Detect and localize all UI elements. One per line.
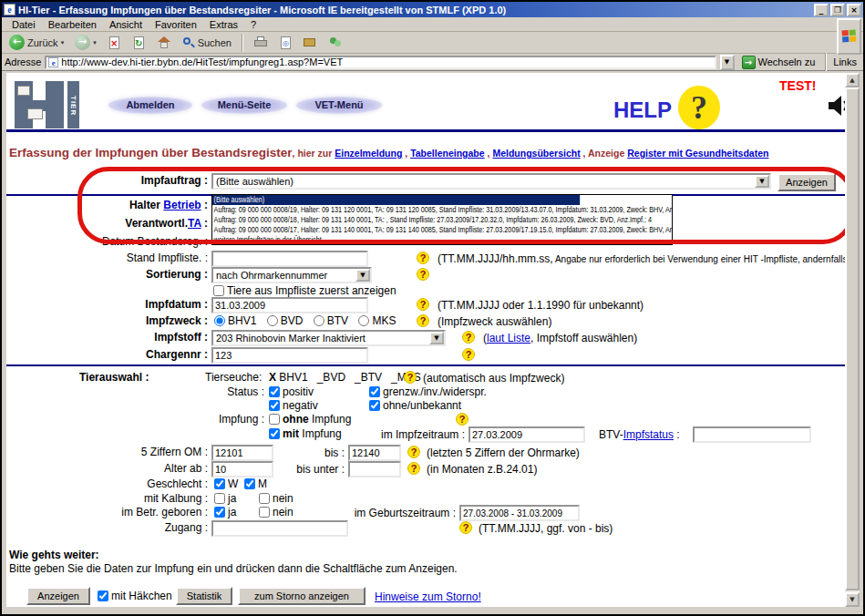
vertical-scrollbar[interactable]: ▲ ▼ xyxy=(845,73,860,607)
menu-datei[interactable]: Datei xyxy=(5,18,42,31)
menu-bearbeiten[interactable]: Bearbeiten xyxy=(42,18,103,31)
help-icon[interactable]: ? xyxy=(407,446,420,458)
ohne-impfung-checkbox[interactable] xyxy=(269,414,280,425)
restore-button[interactable]: ❐ xyxy=(830,4,845,16)
address-input[interactable]: e http://www-dev.hi-tier.bybn.de/HitTest… xyxy=(45,56,716,69)
impfauftrag-select[interactable]: (Bitte auswählen) ▼ xyxy=(211,173,771,190)
zugang-input[interactable] xyxy=(211,520,348,537)
status-grenzw-checkbox[interactable] xyxy=(369,386,380,397)
sortierung-select-arrow-icon[interactable]: ▼ xyxy=(355,269,370,282)
go-button[interactable]: → Wechseln zu xyxy=(738,55,819,70)
statistik-button[interactable]: Statistik xyxy=(176,587,232,605)
link-betrieb[interactable]: Betrieb xyxy=(163,199,201,211)
impfzweck-radio-bvd[interactable] xyxy=(267,315,278,326)
kalbung-ja-checkbox[interactable] xyxy=(214,493,225,504)
nav-abmelden-button[interactable]: Abmelden xyxy=(108,97,192,114)
help-circle[interactable]: ? xyxy=(678,86,720,129)
help-icon[interactable]: ? xyxy=(417,314,429,327)
impfzweck-radio-mks[interactable] xyxy=(358,315,369,326)
zum-storno-button[interactable]: zum Storno anzeigen xyxy=(238,587,366,605)
ziffern-bis-input[interactable] xyxy=(348,445,401,461)
status-positiv-checkbox[interactable] xyxy=(269,386,280,397)
mit-haekchen-checkbox[interactable] xyxy=(98,590,108,601)
link-meldungsuebersicht[interactable]: Meldungsübersicht xyxy=(492,148,580,159)
link-impfstatus[interactable]: Impfstatus xyxy=(623,428,674,441)
help-icon[interactable]: ? xyxy=(456,413,469,426)
alter-bis-input[interactable] xyxy=(348,461,401,477)
chargennr-input[interactable] xyxy=(211,347,368,364)
impfstoff-select-arrow-icon[interactable]: ▼ xyxy=(429,332,444,344)
scroll-up-icon[interactable]: ▲ xyxy=(845,73,860,87)
back-caret-icon[interactable]: ▾ xyxy=(61,39,65,46)
help-icon[interactable]: ? xyxy=(404,371,417,384)
home-button[interactable] xyxy=(153,36,175,50)
dropdown-option[interactable]: Auftrag: 09 000 000 0008/18, Halter: 09 … xyxy=(212,215,580,225)
impfdatum-input[interactable] xyxy=(211,297,368,313)
impfzweck-radio-btv[interactable] xyxy=(314,315,324,326)
help-link[interactable]: HELP xyxy=(613,98,672,123)
impfauftrag-dropdown-list[interactable]: (Bitte auswählen) Auftrag: 09 000 000 00… xyxy=(211,194,673,245)
help-icon[interactable]: ? xyxy=(462,348,475,361)
geboren-ja-checkbox[interactable] xyxy=(214,507,225,518)
sortierung-select[interactable]: nach Ohrmarkennummer ▼ xyxy=(211,267,372,283)
minimize-button[interactable]: _ xyxy=(814,4,829,16)
kalbung-nein-checkbox[interactable] xyxy=(259,493,270,504)
anzeigen-bottom-button[interactable]: Anzeigen xyxy=(26,587,90,605)
help-icon[interactable]: ? xyxy=(407,462,420,475)
impfzeitraum-input[interactable] xyxy=(469,426,585,443)
nav-menue-seite-button[interactable]: Menü-Seite xyxy=(201,97,287,114)
link-einzelmeldung[interactable]: Einzelmeldung xyxy=(335,148,402,159)
page-preview-button[interactable]: ◎ xyxy=(275,35,296,51)
menu-extras[interactable]: Extras xyxy=(203,18,244,31)
links-label[interactable]: Links xyxy=(833,56,860,67)
link-hinweise-storno[interactable]: Hinweise zum Storno! xyxy=(375,590,481,603)
address-dropdown-button[interactable]: ▼ xyxy=(720,55,735,70)
link-laut-liste[interactable]: laut Liste xyxy=(487,332,530,344)
forward-caret-icon[interactable]: ▾ xyxy=(93,39,97,46)
menu-ansicht[interactable]: Ansicht xyxy=(103,18,149,31)
refresh-button[interactable]: ↻ xyxy=(129,35,149,51)
dropdown-option[interactable]: Auftrag: 09 000 000 0008/19, Halter: 09 … xyxy=(212,205,580,215)
help-question-icon[interactable]: ? xyxy=(678,87,720,128)
ziffern-von-input[interactable] xyxy=(211,445,273,461)
geschlecht-w-checkbox[interactable] xyxy=(214,478,225,489)
forward-button[interactable]: → ▾ xyxy=(71,34,100,51)
scrollbar-thumb[interactable] xyxy=(845,87,860,590)
alter-von-input[interactable] xyxy=(211,461,273,477)
help-icon[interactable]: ? xyxy=(417,298,429,311)
help-icon[interactable]: ? xyxy=(417,252,429,264)
impfauftrag-select-arrow-icon[interactable]: ▼ xyxy=(755,175,769,188)
stand-impfliste-input[interactable] xyxy=(211,251,368,267)
link-ta[interactable]: TA xyxy=(188,217,201,230)
link-register-gesundheitsdaten[interactable]: Register mit Gesundheitsdaten xyxy=(627,148,768,159)
help-icon[interactable]: ? xyxy=(462,331,475,344)
dropdown-option-more[interactable]: weitere Impfaufträge in der Übersicht xyxy=(212,235,580,245)
mit-impfung-checkbox[interactable] xyxy=(269,428,280,439)
scroll-down-icon[interactable]: ▼ xyxy=(845,592,860,607)
btv-impfstatus-input[interactable] xyxy=(693,426,811,443)
impfstoff-select[interactable]: 203 Rhinobovin Marker Inaktiviert ▼ xyxy=(211,330,446,346)
geschlecht-m-checkbox[interactable] xyxy=(244,478,255,489)
history-button[interactable] xyxy=(300,36,321,49)
impfzweck-radio-bhv1[interactable] xyxy=(214,315,225,326)
search-button[interactable]: Suchen xyxy=(179,36,235,50)
close-button[interactable]: × xyxy=(847,4,861,16)
status-negativ-checkbox[interactable] xyxy=(269,400,280,411)
link-tabelleneingabe[interactable]: Tabelleneingabe xyxy=(410,148,485,159)
anzeigen-top-button[interactable]: Anzeigen xyxy=(777,173,836,191)
geboren-nein-checkbox[interactable] xyxy=(259,507,270,518)
status-ohne-checkbox[interactable] xyxy=(369,400,380,411)
menu-hilfe[interactable]: ? xyxy=(244,18,263,31)
messenger-button[interactable] xyxy=(324,36,346,50)
dropdown-option-selected[interactable]: (Bitte auswählen) xyxy=(212,195,580,205)
geburtszeitraum-input[interactable] xyxy=(459,505,580,521)
nav-vet-menue-button[interactable]: VET-Menü xyxy=(296,97,382,114)
help-icon[interactable]: ? xyxy=(417,268,429,281)
back-button[interactable]: ← Zurück ▾ xyxy=(5,34,67,51)
print-button[interactable] xyxy=(250,36,272,49)
menu-favoriten[interactable]: Favoriten xyxy=(149,18,203,31)
dropdown-option[interactable]: Auftrag: 09 000 000 0008/17, Halter: 09 … xyxy=(212,225,580,235)
stop-button[interactable]: × xyxy=(104,35,125,51)
impfliste-zuerst-checkbox[interactable] xyxy=(213,285,224,296)
help-icon[interactable]: ? xyxy=(459,521,472,534)
